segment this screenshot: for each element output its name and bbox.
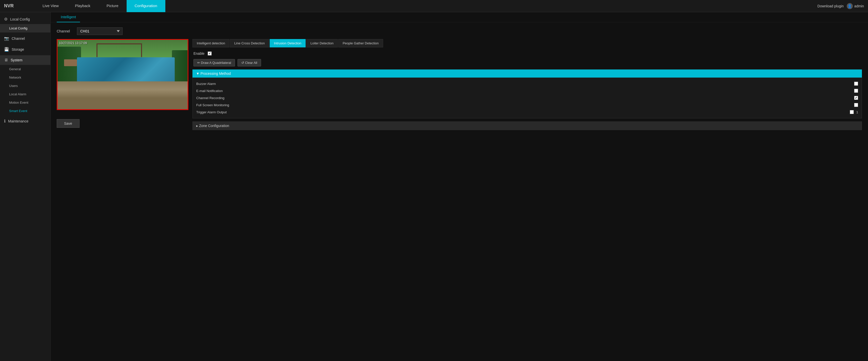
tab-people-gather-detection[interactable]: People Gather Detection: [338, 39, 383, 48]
zone-config-bar[interactable]: ▸ Zone Configuration: [192, 121, 862, 130]
tab-intrusion-detection[interactable]: Intrusion Detection: [270, 39, 306, 48]
sidebar-sub-local-alarm[interactable]: Local Alarm: [0, 90, 51, 99]
chair: [64, 59, 77, 66]
processing-row-full-screen: Full Screen Monitoring: [196, 102, 858, 109]
sidebar-section-maintenance: ℹ Maintenance: [0, 116, 51, 126]
sidebar-item-storage[interactable]: 💾 Storage: [0, 44, 51, 54]
sidebar-sub-users[interactable]: Users: [0, 82, 51, 90]
processing-row-email: E-mail Notification: [196, 87, 858, 94]
top-nav-right: Download plugin 👤 admin: [817, 3, 864, 9]
detection-tabs: Intelligent detection Line Cross Detecti…: [192, 39, 862, 48]
processing-method-section: ▼ Processing Method Buzzer Alarm E-mail …: [192, 70, 862, 118]
ground-area: [58, 81, 188, 109]
email-notification-label: E-mail Notification: [196, 89, 851, 93]
sidebar-sub-general[interactable]: General: [0, 65, 51, 73]
tab-loiter-detection[interactable]: Loiter Detection: [306, 39, 338, 48]
processing-row-trigger-alarm: Trigger Alarm Output 1: [196, 109, 858, 116]
sidebar-item-channel[interactable]: 📷 Channel: [0, 33, 51, 43]
draw-quadrilateral-button[interactable]: ✏ Draw A Quadrilateral: [193, 59, 235, 66]
user-icon: 👤: [847, 3, 853, 9]
full-screen-monitoring-checkbox[interactable]: [854, 103, 858, 107]
sub-nav-intelligent[interactable]: Intelligent: [57, 12, 80, 22]
pool-water: [77, 57, 175, 84]
sidebar-section-channel: 📷 Channel: [0, 33, 51, 43]
info-icon: ℹ: [4, 119, 6, 123]
channel-recording-checkbox[interactable]: [854, 96, 858, 100]
video-container: 10/27/2021 13:17:09 S: [57, 39, 188, 128]
sidebar-sub-local-config[interactable]: Local Config: [0, 24, 51, 32]
processing-row-channel-recording: Channel Recording: [196, 94, 858, 102]
sidebar-item-local-config[interactable]: ⚙ Local Config: [0, 14, 51, 24]
buzzer-alarm-checkbox[interactable]: [854, 82, 858, 86]
enable-row: Enable: [192, 52, 862, 56]
top-nav: NVR Live View Playback Picture Configura…: [0, 0, 868, 12]
storage-icon: 💾: [4, 47, 9, 52]
save-button[interactable]: Save: [57, 119, 80, 128]
channel-select[interactable]: CH01 CH02 CH03 CH04: [77, 27, 123, 35]
monitor-icon: 🖥: [4, 58, 8, 62]
gear-icon: ⚙: [4, 17, 8, 22]
sidebar-item-system[interactable]: 🖥 System: [0, 55, 51, 65]
enable-label: Enable: [193, 52, 205, 56]
channel-recording-label: Channel Recording: [196, 96, 851, 100]
app-title: NVR: [4, 3, 24, 9]
main-layout: ⚙ Local Config Local Config 📷 Channel 💾 …: [0, 12, 868, 361]
processing-method-header[interactable]: ▼ Processing Method: [192, 70, 862, 78]
clear-all-button[interactable]: ↺ Clear All: [238, 59, 261, 66]
buzzer-alarm-label: Buzzer Alarm: [196, 82, 851, 86]
username: admin: [854, 4, 864, 8]
sidebar-sub-smart-event[interactable]: Smart Event: [0, 107, 51, 115]
right-panel: Intelligent Channel CH01 CH02 CH03 CH04: [51, 12, 868, 361]
pool-scene: [58, 40, 188, 109]
nav-tabs: Live View Playback Picture Configuration: [34, 0, 817, 12]
sub-nav: Intelligent: [51, 12, 868, 22]
camera-icon: 📷: [4, 36, 9, 41]
trigger-alarm-value: 1: [856, 110, 858, 114]
tab-configuration[interactable]: Configuration: [127, 0, 165, 12]
processing-row-buzzer: Buzzer Alarm: [196, 80, 858, 87]
trigger-alarm-output-label: Trigger Alarm Output: [196, 110, 847, 114]
sidebar: ⚙ Local Config Local Config 📷 Channel 💾 …: [0, 12, 51, 361]
video-timestamp: 10/27/2021 13:17:09: [59, 41, 87, 45]
user-info[interactable]: 👤 admin: [847, 3, 864, 9]
config-panel: Intelligent detection Line Cross Detecti…: [192, 39, 862, 130]
enable-checkbox[interactable]: [208, 52, 212, 56]
video-panel-row: 10/27/2021 13:17:09 S: [57, 39, 862, 130]
tab-picture[interactable]: Picture: [98, 0, 127, 12]
trigger-alarm-output-checkbox[interactable]: [850, 110, 854, 114]
download-plugin-link[interactable]: Download plugin: [817, 4, 844, 8]
sidebar-sub-motion-event[interactable]: Motion Event: [0, 99, 51, 107]
tab-line-cross-detection[interactable]: Line Cross Detection: [230, 39, 269, 48]
tab-live-view[interactable]: Live View: [34, 0, 67, 12]
tab-playback[interactable]: Playback: [67, 0, 98, 12]
pergola: [96, 43, 142, 57]
channel-label: Channel: [57, 29, 72, 33]
tab-intelligent-detection[interactable]: Intelligent detection: [192, 39, 229, 48]
action-buttons: ✏ Draw A Quadrilateral ↺ Clear All: [192, 59, 862, 66]
video-feed: 10/27/2021 13:17:09: [57, 39, 188, 110]
sidebar-section-storage: 💾 Storage: [0, 44, 51, 54]
sidebar-section-system: 🖥 System General Network Users Local Ala…: [0, 55, 51, 115]
channel-row: Channel CH01 CH02 CH03 CH04: [57, 27, 862, 35]
sidebar-section-local-config: ⚙ Local Config Local Config: [0, 14, 51, 32]
processing-method-body: Buzzer Alarm E-mail Notification Channel…: [192, 78, 862, 118]
content-area: Channel CH01 CH02 CH03 CH04 10/27/2021 1…: [51, 22, 868, 361]
sidebar-sub-network[interactable]: Network: [0, 73, 51, 82]
full-screen-monitoring-label: Full Screen Monitoring: [196, 103, 851, 107]
email-notification-checkbox[interactable]: [854, 89, 858, 93]
sidebar-item-maintenance[interactable]: ℹ Maintenance: [0, 116, 51, 126]
